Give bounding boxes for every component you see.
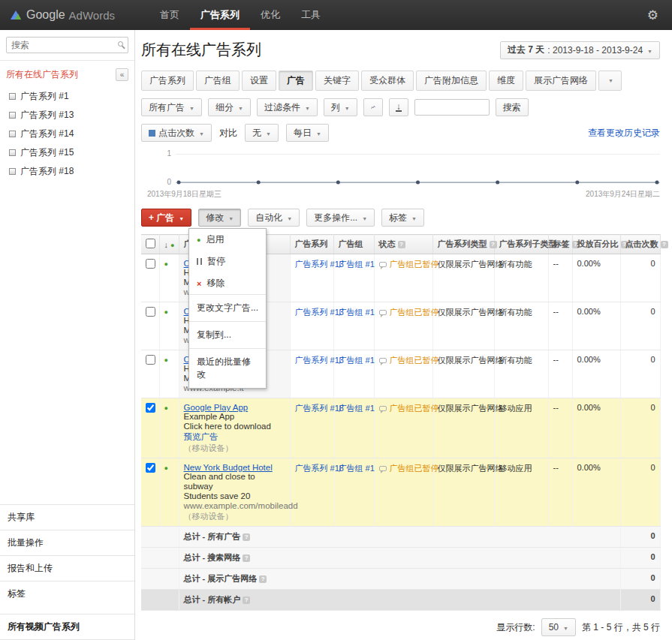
sidebar-all-campaigns[interactable]: 所有在线广告系列 [6, 68, 78, 81]
sidebar-campaign-18[interactable]: 广告系列 #18 [0, 162, 134, 181]
help-icon[interactable]: ? [243, 596, 250, 604]
sort-arrow-icon: ↓ [164, 240, 169, 249]
sidebar-bulk-operations[interactable]: 批量操作 [0, 530, 134, 555]
menu-item-remove[interactable]: ×移除 [189, 272, 266, 294]
menu-item-change-text-ads[interactable]: 更改文字广告... [189, 295, 266, 321]
sidebar-collapse-button[interactable]: « [116, 68, 128, 81]
add-ad-button[interactable]: + 广告 [141, 209, 191, 227]
date-range-button[interactable]: 过去 7 天 : 2013-9-18 - 2013-9-24 [500, 41, 660, 59]
chevron-down-icon [237, 102, 243, 113]
adwords-logo[interactable]: Google AdWords [0, 8, 122, 22]
edit-dropdown-button[interactable]: 修改 [198, 209, 241, 227]
adgroup-link[interactable]: 广告组 #1 [339, 356, 375, 365]
header-clicks[interactable]: 点击次数? [620, 235, 660, 254]
filter-dropdown[interactable]: 过滤条件 [257, 98, 318, 116]
nav-home[interactable]: 首页 [149, 0, 190, 30]
ad-headline-link[interactable]: Google Play App [184, 403, 249, 412]
automate-dropdown-button[interactable]: 自动化 [248, 209, 300, 227]
gear-icon[interactable]: ⚙ [647, 8, 658, 23]
comment-bubble-icon[interactable] [379, 310, 387, 315]
header-status[interactable]: 状态? [374, 235, 432, 254]
adgroup-link[interactable]: 广告组 #1 [339, 260, 375, 269]
campaign-link[interactable]: 广告系列 #13 [295, 260, 344, 269]
total-label: 总计 - 搜索网络 [184, 553, 241, 562]
help-icon[interactable]: ? [490, 241, 497, 248]
menu-item-label: 移除 [206, 277, 225, 290]
select-all-checkbox[interactable] [146, 239, 155, 248]
sidebar-campaign-15[interactable]: 广告系列 #15 [0, 143, 134, 162]
adgroup-link[interactable]: 广告组 #1 [339, 308, 375, 317]
chevron-down-icon [264, 128, 271, 138]
table-row-selected: ● Google Play App Example App Click here… [141, 398, 660, 458]
campaign-link[interactable]: 广告系列 #18 [295, 404, 344, 413]
row-checkbox[interactable] [146, 355, 155, 365]
change-history-link[interactable]: 查看更改历史记录 [588, 127, 660, 140]
sidebar-reports-uploads[interactable]: 报告和上传 [0, 555, 134, 581]
campaign-link[interactable]: 广告系列 #18 [295, 464, 344, 473]
scope-dropdown[interactable]: 所有广告 [141, 98, 202, 116]
help-icon[interactable]: ? [243, 533, 250, 541]
menu-item-recent-bulk-edits[interactable]: 最近的批量修改 [189, 349, 266, 388]
menu-item-enable[interactable]: ●启用 [189, 229, 266, 251]
comment-bubble-icon[interactable] [379, 406, 387, 411]
sidebar-campaign-13[interactable]: 广告系列 #13 [0, 106, 134, 125]
row-checkbox[interactable] [146, 403, 155, 413]
header-adgroup[interactable]: 广告组 [333, 235, 374, 254]
tab-adgroups[interactable]: 广告组 [196, 71, 240, 91]
help-icon[interactable]: ? [661, 241, 668, 248]
sidebar-campaign-1[interactable]: 广告系列 #1 [0, 87, 134, 106]
help-icon[interactable]: ? [398, 241, 405, 248]
campaign-link[interactable]: 广告系列 #13 [295, 308, 344, 317]
row-checkbox[interactable] [146, 259, 155, 269]
table-search-input[interactable] [414, 99, 490, 116]
adgroup-link[interactable]: 广告组 #1 [339, 404, 375, 413]
ad-preview-link[interactable]: 预览广告 [184, 431, 285, 443]
header-campaign-subtype[interactable]: 广告系列子类型 [494, 235, 548, 254]
sidebar-search-input[interactable] [6, 37, 128, 53]
segment-dropdown[interactable]: 细分 [208, 98, 251, 116]
nav-opportunities[interactable]: 优化 [250, 0, 291, 30]
download-button[interactable]: ↓ [389, 98, 408, 116]
more-actions-dropdown-button[interactable]: 更多操作... [306, 209, 375, 227]
comment-bubble-icon[interactable] [379, 262, 387, 267]
sidebar-shared-library[interactable]: 共享库 [0, 504, 134, 530]
sidebar-video-campaigns[interactable]: 所有视频广告系列 [0, 614, 134, 640]
granularity-dropdown[interactable]: 每日 [286, 124, 329, 142]
header-served-percent[interactable]: 投放百分比? [572, 235, 620, 254]
sidebar-labels[interactable]: 标签 [0, 581, 134, 606]
help-icon[interactable]: ? [243, 554, 250, 562]
header-campaign-type[interactable]: 广告系列类型? [432, 235, 494, 254]
y-axis-label-max: 1 [141, 149, 171, 158]
menu-item-copy-to[interactable]: 复制到... [189, 322, 266, 348]
tab-settings[interactable]: 设置 [242, 71, 276, 91]
tab-display-network[interactable]: 展示广告网络 [526, 71, 596, 91]
nav-campaigns[interactable]: 广告系列 [190, 0, 250, 30]
nav-tools[interactable]: 工具 [291, 0, 331, 30]
row-checkbox[interactable] [146, 463, 155, 473]
row-checkbox[interactable] [146, 307, 155, 317]
header-status-dot[interactable]: ↓ ● [159, 235, 179, 254]
tab-audiences[interactable]: 受众群体 [361, 71, 414, 91]
tab-campaigns[interactable]: 广告系列 [141, 71, 194, 91]
tab-keywords[interactable]: 关键字 [315, 71, 359, 91]
comment-bubble-icon[interactable] [379, 358, 387, 363]
toggle-graph-button[interactable] [363, 98, 383, 116]
adgroup-link[interactable]: 广告组 #1 [339, 464, 375, 473]
sidebar-campaign-14[interactable]: 广告系列 #14 [0, 125, 134, 143]
tab-ads[interactable]: 广告 [279, 71, 313, 91]
labels-dropdown-button[interactable]: 标签 [381, 209, 424, 227]
header-campaign[interactable]: 广告系列 [290, 235, 333, 254]
menu-item-pause[interactable]: 暂停 [189, 251, 266, 272]
compare-dropdown[interactable]: 无 [245, 124, 279, 142]
table-search-button[interactable]: 搜索 [496, 98, 529, 116]
tab-ad-extensions[interactable]: 广告附加信息 [416, 71, 487, 91]
tabs-overflow-button[interactable] [598, 71, 622, 91]
campaign-link[interactable]: 广告系列 #13 [295, 356, 344, 365]
comment-bubble-icon[interactable] [379, 466, 387, 471]
ad-headline-link[interactable]: New York Budget Hotel [184, 463, 273, 472]
rows-per-page-dropdown[interactable]: 50 [541, 618, 576, 636]
help-icon[interactable]: ? [259, 575, 267, 583]
metric-dropdown[interactable]: 点击次数 [141, 124, 212, 142]
columns-dropdown[interactable]: 列 [324, 98, 357, 116]
tab-dimensions[interactable]: 维度 [489, 71, 523, 91]
